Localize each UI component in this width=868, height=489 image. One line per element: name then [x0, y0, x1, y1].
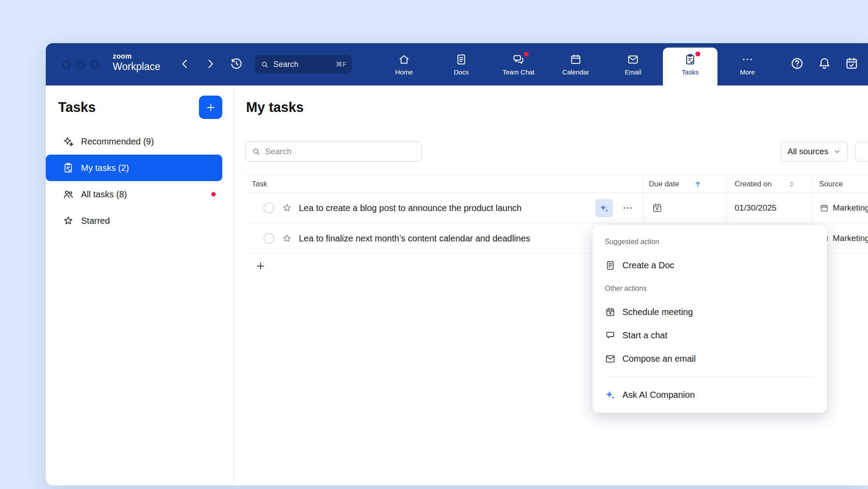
- task-title[interactable]: Lea to finalize next month’s content cal…: [299, 233, 530, 244]
- task-complete-radio[interactable]: [264, 233, 274, 244]
- column-source: Source: [819, 180, 843, 189]
- sources-filter-label: All sources: [787, 147, 828, 156]
- tab-label: More: [740, 68, 755, 76]
- sources-filter-dropdown[interactable]: All sources: [781, 141, 848, 162]
- star-icon[interactable]: [282, 203, 292, 213]
- tab-calendar[interactable]: Calendar: [547, 43, 604, 85]
- ai-companion-icon: [605, 389, 616, 400]
- tasks-sidebar: Tasks Recommended (9) My tasks (2) All t…: [46, 85, 234, 485]
- sort-icon[interactable]: [788, 180, 795, 188]
- sort-asc-icon[interactable]: [694, 180, 702, 188]
- menu-item-create-doc[interactable]: Create a Doc: [605, 254, 815, 277]
- more-icon: [741, 53, 754, 66]
- menu-item-label: Start a chat: [622, 330, 667, 341]
- tab-home[interactable]: Home: [375, 43, 433, 85]
- menu-item-start-chat[interactable]: Start a chat: [605, 324, 815, 347]
- window-controls: [63, 61, 99, 69]
- task-title[interactable]: Lea to create a blog post to announce th…: [299, 203, 522, 213]
- star-icon: [63, 215, 74, 226]
- tab-label: Calendar: [563, 68, 589, 76]
- column-task: Task: [252, 180, 267, 189]
- popup-section-label: Other actions: [605, 283, 815, 294]
- zoom-workplace-logo: zoom Workplace: [113, 52, 160, 73]
- plus-icon: [255, 260, 266, 272]
- sidebar-item-all-tasks[interactable]: All tasks (8): [46, 181, 222, 207]
- ai-companion-icon: [599, 203, 609, 213]
- topnav: Home Docs Team Chat Calendar Email: [375, 43, 776, 85]
- sidebar-item-my-tasks[interactable]: My tasks (2): [46, 155, 222, 181]
- notification-dot: [211, 192, 216, 196]
- task-row[interactable]: Lea to create a blog post to announce th…: [246, 193, 868, 223]
- menu-item-schedule-meeting[interactable]: Schedule meeting: [605, 300, 815, 324]
- sidebar-item-label: Starred: [81, 216, 110, 226]
- global-search-shortcut: ⌘F: [336, 60, 346, 68]
- sidebar-item-recommended[interactable]: Recommended (9): [46, 128, 222, 155]
- menu-item-compose-email[interactable]: Compose an email: [605, 347, 815, 370]
- column-created-on[interactable]: Created on: [735, 180, 772, 189]
- ai-actions-popup: Suggested action Create a Doc Other acti…: [592, 225, 827, 413]
- source-label: Marketing: [833, 233, 868, 243]
- tasks-search-input[interactable]: [265, 147, 416, 156]
- popup-section-label: Suggested action: [605, 237, 815, 247]
- logo-zoom-text: zoom: [113, 52, 160, 60]
- column-due-date[interactable]: Due date: [649, 180, 679, 189]
- chat-icon: [605, 330, 616, 341]
- team-chat-icon: [512, 53, 525, 66]
- menu-item-label: Schedule meeting: [622, 307, 693, 317]
- tab-label: Team Chat: [503, 68, 535, 76]
- source-label: Marketing: [833, 203, 868, 213]
- calendar-icon: [570, 53, 582, 66]
- divider: [606, 377, 814, 377]
- window-control-icon[interactable]: [63, 61, 70, 69]
- tab-more[interactable]: More: [719, 43, 776, 85]
- sidebar-title: Tasks: [58, 100, 96, 115]
- tab-label: Home: [395, 68, 413, 76]
- back-icon[interactable]: [178, 57, 192, 71]
- home-icon: [398, 53, 410, 66]
- menu-item-ask-ai-companion[interactable]: Ask AI Companion: [605, 383, 815, 407]
- tab-team-chat[interactable]: Team Chat: [490, 43, 547, 85]
- forward-icon[interactable]: [203, 57, 217, 71]
- menu-item-label: Create a Doc: [622, 260, 674, 270]
- help-icon[interactable]: [790, 56, 804, 70]
- tab-label: Email: [625, 68, 641, 76]
- source-cell[interactable]: Marketing: [820, 203, 868, 213]
- ai-companion-button[interactable]: [595, 199, 613, 217]
- source-calendar-icon: [820, 204, 829, 213]
- calendar-panel-icon[interactable]: [845, 56, 859, 70]
- docs-icon: [455, 53, 467, 66]
- star-icon[interactable]: [282, 233, 292, 244]
- notification-dot: [524, 52, 529, 56]
- people-icon: [63, 189, 74, 200]
- global-search[interactable]: Search ⌘F: [255, 55, 352, 74]
- my-tasks-panel: My tasks All sources Task Due date Creat…: [235, 85, 868, 485]
- table-header: Task Due date Created on Source: [246, 175, 868, 193]
- sparkles-icon: [63, 136, 74, 147]
- tab-label: Tasks: [682, 68, 699, 76]
- sidebar-item-label: Recommended (9): [81, 137, 154, 147]
- window-control-icon[interactable]: [77, 61, 85, 69]
- menu-item-label: Compose an email: [622, 354, 696, 364]
- search-icon: [252, 147, 261, 156]
- tab-email[interactable]: Email: [604, 43, 662, 85]
- chevron-down-icon: [833, 148, 841, 156]
- sidebar-item-starred[interactable]: Starred: [46, 207, 222, 234]
- my-tasks-icon: [63, 162, 74, 174]
- search-icon: [261, 60, 269, 69]
- task-complete-radio[interactable]: [264, 203, 274, 213]
- tab-tasks[interactable]: Tasks: [662, 43, 719, 85]
- tab-docs[interactable]: Docs: [433, 43, 490, 85]
- add-due-date-icon[interactable]: [651, 202, 663, 214]
- history-icon[interactable]: [229, 57, 243, 71]
- tasks-search: [246, 141, 422, 162]
- email-icon: [627, 53, 639, 66]
- add-task-button[interactable]: [199, 96, 222, 119]
- notifications-icon[interactable]: [817, 56, 831, 70]
- global-search-label: Search: [273, 60, 331, 69]
- sidebar-item-label: My tasks (2): [81, 163, 129, 173]
- tab-label: Docs: [454, 68, 469, 76]
- more-actions-icon[interactable]: [622, 202, 633, 214]
- clipped-toolbar-button[interactable]: [855, 141, 868, 162]
- window-control-icon[interactable]: [91, 61, 99, 69]
- page-title: My tasks: [246, 99, 304, 115]
